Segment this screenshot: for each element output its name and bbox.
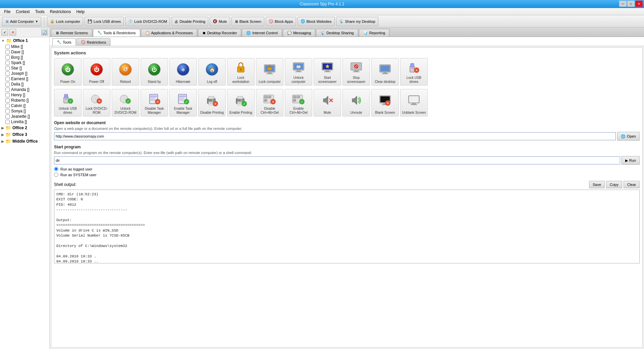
list-item[interactable]: Jeanette [] <box>4 114 49 119</box>
disable-printing-toolbar-button[interactable]: 🖨 Disable Printing <box>171 17 208 26</box>
run-button[interactable]: ▶ Run <box>622 156 640 165</box>
open-website-input[interactable] <box>54 132 616 140</box>
log-off-button[interactable]: 🏠 Log off <box>198 58 226 86</box>
mute-button[interactable]: Mute <box>314 89 341 116</box>
unlock-usb-button[interactable]: ✓ Unlock USB drives <box>54 89 82 116</box>
open-website-button[interactable]: 🌐 Open <box>617 132 640 141</box>
list-item[interactable]: Sonya [] <box>4 108 49 114</box>
log-off-svg: 🏠 <box>205 63 219 76</box>
menu-restrictions[interactable]: Restrictions <box>47 9 74 15</box>
enable-ctrl-label: Enable Ctrl+Alt+Del <box>286 107 311 115</box>
close-button[interactable]: ✕ <box>635 1 643 7</box>
menu-tools[interactable]: Tools <box>33 9 47 15</box>
lock-workstation-button[interactable]: Lock workstation <box>227 58 255 86</box>
tab-remote-screens[interactable]: 🖥 Remote Screens <box>51 29 92 37</box>
unlock-computer-button[interactable]: Unlock computer <box>285 58 312 86</box>
blank-screen-toolbar-button[interactable]: 🖥 Blank Screen <box>231 17 264 26</box>
disable-ctrl-button[interactable]: Ctrl Alt Del ✕ Disable Ctrl+Alt+Del <box>256 89 283 116</box>
menu-file[interactable]: File <box>1 9 13 15</box>
minimize-button[interactable]: ─ <box>619 1 627 7</box>
lock-usb-toolbar-button[interactable]: 💾 Lock USB drives <box>85 17 124 26</box>
share-desktop-toolbar-button[interactable]: 📡 Share my Desktop <box>336 17 378 26</box>
add-computer-button[interactable]: 🖥 Add Computer ▼ <box>2 17 41 26</box>
block-apps-toolbar-button[interactable]: 🚫 Block Apps <box>266 17 296 26</box>
list-item[interactable]: Loretta [] <box>4 119 49 124</box>
list-item[interactable]: Joseph [] <box>4 71 49 76</box>
group-office1[interactable]: ▼ 📁 Office 1 <box>0 37 49 44</box>
tab-reporting[interactable]: 📊 Reporting <box>359 29 390 37</box>
svg-text:Alt: Alt <box>269 96 271 98</box>
expand-all-button[interactable]: ✓ <box>1 29 8 36</box>
start-screensaver-button[interactable]: ⭐ Start screensaver <box>314 58 341 86</box>
menu-context[interactable]: Context <box>13 9 32 15</box>
refresh-button[interactable]: 🔄 <box>41 29 48 36</box>
block-websites-toolbar-button[interactable]: 🌐 Block Websites <box>298 17 335 26</box>
save-button[interactable]: Save <box>589 181 605 188</box>
enable-ctrl-button[interactable]: Ctrl Alt Del ✓ Enable Ctrl+Alt+Del <box>285 89 312 116</box>
enable-taskman-button[interactable]: ✓ Enable Task Manager <box>169 89 197 116</box>
lock-computer-toolbar-button[interactable]: 🔒 Lock computer <box>47 17 83 26</box>
copy-button[interactable]: Copy <box>606 181 622 188</box>
hibernate-button[interactable]: ❄ Hibernate <box>169 58 197 86</box>
disable-printing-button[interactable]: ✕ Disable Printing <box>198 89 226 116</box>
collapse-all-button[interactable]: ✕ <box>9 29 16 36</box>
menu-help[interactable]: Help <box>73 9 87 15</box>
list-item[interactable]: Calvin [] <box>4 103 49 108</box>
list-item[interactable]: Dave [] <box>4 49 49 55</box>
lock-dvd-toolbar-button[interactable]: 💿 Lock DVD/CD-ROM <box>125 17 170 26</box>
blank-screen-label: Blank Screen <box>375 111 395 115</box>
tab-tools-restrictions[interactable]: 🔧 Tools & Restrictions <box>93 29 140 37</box>
power-on-button[interactable]: ⏻ Power On <box>54 58 82 86</box>
lock-dvd-label: Lock DVD/CD-ROM <box>85 107 109 115</box>
list-item[interactable]: Earnest [] <box>4 76 49 82</box>
list-item[interactable]: Mike [] <box>4 44 49 49</box>
unlock-dvd-button[interactable]: ✓ Unlock DVD/CD-ROM <box>112 89 139 116</box>
tab-applications[interactable]: 📋 Applications & Processes <box>141 29 197 37</box>
unblank-screen-button[interactable]: Unblank Screen <box>400 89 428 116</box>
lock-computer-button[interactable]: Lock computer <box>256 58 283 86</box>
radio-logged-user-input[interactable] <box>54 167 58 171</box>
list-item[interactable]: Spark [] <box>4 60 49 65</box>
maximize-button[interactable]: □ <box>627 1 635 7</box>
lock-usb-button[interactable]: ✕ Lock USB drives <box>400 58 428 86</box>
radio-logged-user[interactable]: Run as logged user <box>54 167 640 171</box>
list-item[interactable]: Amanda [] <box>4 87 49 92</box>
list-item[interactable]: Star [] <box>4 65 49 71</box>
enable-printing-button[interactable]: ✓ Enable Printing <box>227 89 255 116</box>
clear-desktop-button[interactable]: Clear desktop <box>371 58 399 86</box>
group-middle-office[interactable]: ▶ 📁 Middle Office <box>0 138 49 145</box>
unmute-button[interactable]: Unmute <box>342 89 370 116</box>
lock-dvd-button[interactable]: ✕ Lock DVD/CD-ROM <box>83 89 110 116</box>
list-item[interactable]: Borg [] <box>4 55 49 60</box>
start-program-input[interactable] <box>54 156 620 164</box>
stop-screensaver-button[interactable]: Stop screensaver <box>342 58 370 86</box>
tab-desktop-sharing[interactable]: 📡 Desktop Sharing <box>316 29 358 37</box>
list-item[interactable]: Roberto [] <box>4 98 49 103</box>
list-item[interactable]: Della [] <box>4 82 49 87</box>
radio-system-user-input[interactable] <box>54 172 58 177</box>
sub-tab-restrictions[interactable]: 🚫 Restrictions <box>76 38 110 46</box>
group-office2[interactable]: ▶ 📁 Office 2 <box>0 124 49 131</box>
shell-output-section: Shell output: Save Copy Clear CMD: dir (… <box>54 181 640 263</box>
radio-system-user[interactable]: Run as SYSTEM user <box>54 172 640 177</box>
expand-icon-office3: ▶ <box>1 133 4 137</box>
reboot-button[interactable]: ↺ Reboot <box>112 58 139 86</box>
mute-toolbar-button[interactable]: 🔇 Mute <box>210 17 230 26</box>
svg-rect-19 <box>268 67 272 70</box>
group-office3[interactable]: ▶ 📁 Office 3 <box>0 131 49 138</box>
power-off-button[interactable]: ⏻ Power Off <box>83 58 110 86</box>
disable-taskman-button[interactable]: ✕ Disable Task Manager <box>141 89 168 116</box>
blank-screen-button[interactable]: ✕ Blank Screen <box>371 89 399 116</box>
svg-text:✕: ✕ <box>415 68 418 72</box>
tab-messaging[interactable]: 💬 Messaging <box>283 29 315 37</box>
svg-text:✓: ✓ <box>185 100 188 104</box>
block-apps-icon: 🚫 <box>269 19 273 23</box>
stand-by-button[interactable]: ⏻ Stand by <box>141 58 168 86</box>
folder-icon-office3: 📁 <box>5 132 11 137</box>
list-item[interactable]: Henry [] <box>4 92 49 98</box>
tab-desktop-recorder[interactable]: ⏺ Desktop Recorder <box>198 29 241 37</box>
menubar: File Context Tools Restrictions Help <box>0 8 644 15</box>
tab-internet-control[interactable]: 🌐 Internet Control <box>242 29 282 37</box>
clear-button[interactable]: Clear <box>624 181 640 188</box>
sub-tab-tools[interactable]: 🔧 Tools <box>52 38 76 46</box>
